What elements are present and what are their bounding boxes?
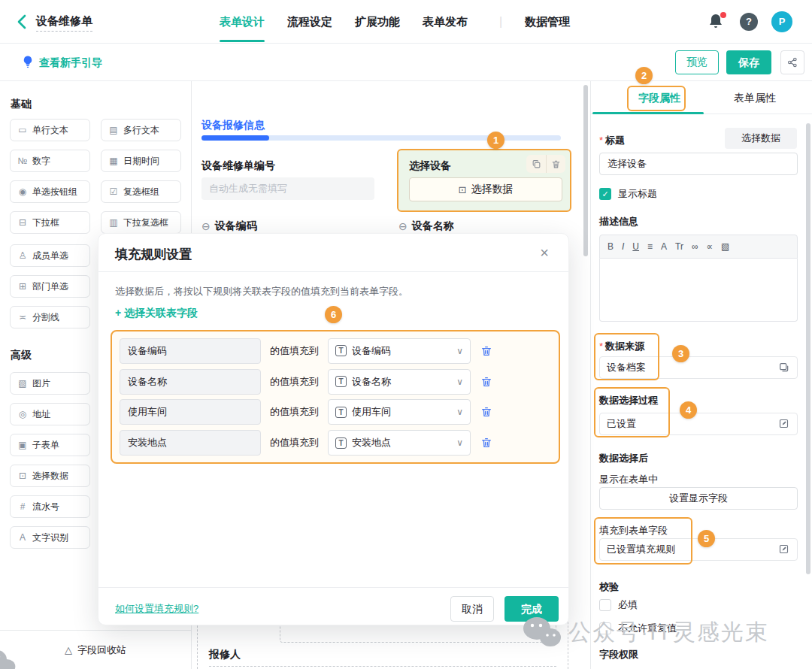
delete-rule-icon[interactable] bbox=[480, 376, 492, 388]
edit-icon[interactable] bbox=[778, 543, 790, 555]
richtext-tool-icon[interactable]: Tr bbox=[675, 241, 683, 252]
title-value-input[interactable]: 选择设备 bbox=[599, 153, 798, 175]
select-data-button[interactable]: ⊡ 选择数据 bbox=[409, 177, 562, 201]
tab-field-properties[interactable]: 字段属性 bbox=[638, 81, 680, 114]
help-icon[interactable]: ? bbox=[740, 13, 758, 31]
rule-target-select[interactable]: T 设备名称 ∨ bbox=[328, 369, 471, 395]
title-label: *标题 bbox=[599, 134, 625, 147]
field-type-item[interactable]: ▣ 子表单 bbox=[10, 434, 90, 456]
field-type-item[interactable]: ⊡ 选择数据 bbox=[10, 465, 90, 487]
richtext-tool-icon[interactable]: ≡ bbox=[647, 241, 653, 252]
save-button[interactable]: 保存 bbox=[726, 50, 771, 74]
nav-menu-data-management[interactable]: 数据管理 bbox=[525, 0, 570, 44]
doc-title[interactable]: 设备维修单 bbox=[36, 14, 92, 32]
field-type-item[interactable]: ♙ 成员单选 bbox=[10, 244, 90, 267]
field-type-item[interactable]: A 文字识别 bbox=[10, 526, 90, 549]
copy-icon[interactable] bbox=[526, 155, 546, 173]
field-recycle-bin[interactable]: △ 字段回收站 bbox=[0, 630, 191, 669]
delete-rule-icon[interactable] bbox=[480, 345, 492, 357]
checkbox-unchecked-icon[interactable] bbox=[599, 622, 611, 634]
back-icon[interactable] bbox=[14, 13, 32, 31]
show-title-checkbox-row[interactable]: ✓ 显示标题 bbox=[599, 187, 657, 201]
field-type-label: 日期时间 bbox=[123, 155, 159, 168]
checkbox-unchecked-icon[interactable] bbox=[599, 599, 611, 611]
nav-tab[interactable]: 流程设定 bbox=[287, 0, 332, 44]
recycle-label: 字段回收站 bbox=[77, 643, 126, 657]
field-type-label: 子表单 bbox=[32, 439, 59, 452]
field-type-icon: ▦ bbox=[108, 156, 120, 166]
field-type-item[interactable]: ◉ 单选按钮组 bbox=[10, 180, 90, 203]
fill-rule-row: 安装地点 的值填充到 T 安装地点 ∨ bbox=[120, 429, 551, 456]
set-display-fields-button[interactable]: 设置显示字段 bbox=[599, 487, 798, 510]
nav-tab[interactable]: 表单发布 bbox=[423, 0, 468, 44]
description-label: 描述信息 bbox=[599, 215, 638, 229]
nav-tab[interactable]: 扩展功能 bbox=[355, 0, 400, 44]
nav-divider: | bbox=[499, 15, 502, 29]
field-type-item[interactable]: ▧ 图片 bbox=[10, 372, 90, 395]
select-data-icon: ⊡ bbox=[459, 184, 467, 195]
fill-rules-value: 已设置填充规则 bbox=[607, 543, 778, 556]
text-field-type-icon: T bbox=[335, 345, 347, 356]
richtext-tool-icon[interactable]: ▧ bbox=[721, 241, 729, 252]
required-checkbox-row[interactable]: 必填 bbox=[599, 598, 638, 612]
richtext-tool-icon[interactable]: U bbox=[632, 241, 639, 252]
add-related-field-link[interactable]: + 选择关联表字段 bbox=[115, 307, 198, 320]
selection-process-row[interactable]: 已设置 bbox=[599, 413, 798, 435]
rule-target-select[interactable]: T 使用车间 ∨ bbox=[328, 399, 471, 425]
field-type-item[interactable]: ▦ 日期时间 bbox=[101, 150, 181, 172]
panel-scrollbar[interactable] bbox=[806, 123, 810, 574]
cancel-button[interactable]: 取消 bbox=[450, 596, 494, 622]
how-to-set-rules-link[interactable]: 如何设置填充规则? bbox=[115, 602, 198, 616]
field-type-label: 下拉框 bbox=[32, 216, 59, 229]
richtext-body[interactable] bbox=[599, 259, 798, 322]
field-type-item[interactable]: ≍ 分割线 bbox=[10, 306, 90, 328]
field-type-item[interactable]: ☑ 复选框组 bbox=[101, 180, 181, 203]
guide-link[interactable]: 查看新手引导 bbox=[39, 56, 102, 70]
richtext-tool-icon[interactable]: ∞ bbox=[692, 241, 698, 252]
richtext-tool-icon[interactable]: A bbox=[661, 241, 667, 252]
share-button[interactable] bbox=[780, 50, 804, 74]
no-duplicate-checkbox-row[interactable]: 不允许重复值 bbox=[599, 622, 677, 635]
richtext-tool-icon[interactable]: I bbox=[622, 241, 624, 252]
data-source-row[interactable]: 设备档案 bbox=[599, 356, 798, 379]
field-type-item[interactable]: # 流水号 bbox=[10, 495, 90, 518]
order-field-input[interactable]: 自动生成无需填写 bbox=[201, 177, 374, 200]
richtext-tool-icon[interactable]: B bbox=[607, 241, 614, 252]
checkbox-checked-icon[interactable]: ✓ bbox=[599, 188, 611, 200]
field-type-item[interactable]: ◎ 地址 bbox=[10, 403, 90, 425]
field-type-icon: ⊡ bbox=[17, 471, 29, 481]
rule-target-select[interactable]: T 安装地点 ∨ bbox=[328, 430, 471, 456]
rule-target-label: 设备编码 bbox=[352, 344, 451, 358]
canvas-scrollbar[interactable] bbox=[583, 85, 588, 256]
field-type-item[interactable]: ▥ 下拉复选框 bbox=[101, 211, 181, 234]
delete-rule-icon[interactable] bbox=[480, 437, 492, 449]
switch-source-icon[interactable] bbox=[778, 362, 790, 374]
close-icon[interactable]: × bbox=[540, 244, 549, 262]
tab-form-properties[interactable]: 表单属性 bbox=[734, 81, 776, 114]
field-type-icon: ♙ bbox=[17, 250, 29, 261]
title-select-data-button[interactable]: 选择数据 bbox=[725, 128, 797, 149]
delete-rule-icon[interactable] bbox=[480, 406, 492, 418]
done-button[interactable]: 完成 bbox=[504, 596, 559, 622]
required-asterisk: * bbox=[599, 341, 603, 352]
edit-icon[interactable] bbox=[778, 418, 790, 430]
preview-button[interactable]: 预览 bbox=[675, 50, 719, 74]
nav-tab[interactable]: 表单设计 bbox=[220, 0, 265, 44]
avatar[interactable]: P bbox=[771, 11, 792, 32]
delete-icon[interactable] bbox=[546, 155, 565, 173]
field-type-item[interactable]: ▭ 单行文本 bbox=[10, 119, 90, 141]
annotation-5: 5 bbox=[698, 530, 715, 547]
field-type-item[interactable]: ⊟ 下拉框 bbox=[10, 211, 90, 234]
notification-bell-icon[interactable] bbox=[707, 12, 726, 32]
field-type-item[interactable]: ⊞ 部门单选 bbox=[10, 275, 90, 298]
bulb-icon bbox=[21, 55, 35, 68]
richtext-tool-icon[interactable]: ∝ bbox=[707, 241, 714, 252]
fill-rules-modal: 填充规则设置 × 选择数据后，将按以下规则将关联表字段的值填充到当前表单字段。 … bbox=[98, 233, 569, 625]
rule-source-field: 设备名称 bbox=[120, 369, 261, 395]
rule-middle-text: 的值填充到 bbox=[270, 344, 319, 358]
rule-target-select[interactable]: T 设备编码 ∨ bbox=[328, 338, 471, 364]
selected-field-card[interactable]: 选择设备 ⊡ 选择数据 bbox=[397, 149, 571, 212]
field-type-item[interactable]: № 数字 bbox=[10, 150, 90, 172]
field-type-label: 地址 bbox=[32, 408, 50, 421]
field-type-item[interactable]: ▤ 多行文本 bbox=[101, 119, 181, 141]
